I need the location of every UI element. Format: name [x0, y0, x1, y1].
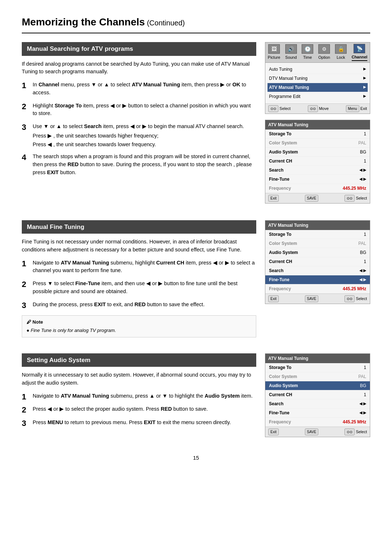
section3-right: ATV Manual Tuning Storage To 1 Color Sys… [265, 353, 370, 443]
step-number: 1 [22, 259, 29, 276]
step-number: 2 [22, 102, 29, 119]
tv-menu-item-atv: ATV Manual Tuning ▶ [268, 83, 368, 92]
step-2-3-text: During the process, press EXIT to exit, … [33, 301, 256, 309]
tv-main-menu-footer: ⊙⊙ Select ⊙⊙ Move Menu Exit [265, 103, 370, 114]
atv3-row-search: Search ◀ ▶ [265, 399, 370, 409]
step-1-1: 1 In Channel menu, press ▼ or ▲ to selec… [22, 81, 256, 98]
atv-row-currentch: Current CH 1 [265, 157, 370, 166]
step-1-1-text: In Channel menu, press ▼ or ▲ to select … [33, 81, 256, 97]
step-number: 3 [22, 301, 29, 310]
tv-icon-channel: 📡 Channel [352, 44, 367, 61]
page-number: 15 [22, 454, 370, 462]
step-1-4-text: The search stops when a program is found… [33, 153, 256, 176]
step-2-3: 3 During the process, press EXIT to exit… [22, 301, 256, 310]
section2-intro: Fine Tuning is not necessary under norma… [22, 238, 256, 254]
section1-header: Manual Searching for ATV programs [22, 42, 256, 56]
atv2-row-search: Search ◀ ▶ [265, 266, 370, 275]
step-3-1: 1 Navigate to ATV Manual Tuning submenu,… [22, 392, 256, 402]
step-number: 2 [22, 405, 29, 415]
atv-box-1-header: ATV Manual Tuning [265, 120, 370, 130]
tv-icon-picture: 🖼 Picture [268, 44, 280, 61]
atv-box-3-footer: Exit SAVE ⊙⊙ Select [265, 427, 370, 437]
tv-icon-time: 🕐 Time [302, 44, 313, 61]
note-title: 🖊 Note [26, 319, 252, 326]
step-number: 3 [22, 419, 29, 428]
atv-box-1-footer: Exit SAVE ⊙⊙ Select [265, 193, 370, 203]
step-2-2-text: Press ▼ to select Fine-Tune item, and th… [33, 280, 256, 296]
section1-right: 🖼 Picture 🔊 Sound 🕐 Time ⚙ Option [265, 42, 370, 209]
atv-box-1: ATV Manual Tuning Storage To 1 Color Sys… [265, 120, 370, 204]
step-3-3-text: Press MENU to return to previous menu. P… [33, 419, 256, 427]
tv-menu-bar: 🖼 Picture 🔊 Sound 🕐 Time ⚙ Option [265, 42, 370, 63]
atv-box-3-header: ATV Manual Tuning [265, 354, 370, 363]
step-1-4: 4 The search stops when a program is fou… [22, 153, 256, 178]
note-box: 🖊 Note ● Fine Tune is only for analog TV… [22, 315, 256, 337]
atv-row-frequency: Frequency 445.25 MHz [265, 184, 370, 193]
atv-row-search: Search ◀ ▶ [265, 166, 370, 175]
step-3-1-text: Navigate to ATV Manual Tuning submenu, p… [33, 392, 256, 400]
atv2-row-color: Color System PAL [265, 239, 370, 248]
step-number: 2 [22, 280, 29, 297]
step-3-2-text: Press ◀ or ▶ to select the proper audio … [33, 405, 256, 413]
step-number: 1 [22, 81, 29, 98]
atv3-row-finetune: Fine-Tune ◀ ▶ [265, 409, 370, 418]
section2-left: Manual Fine Tuning Fine Tuning is not ne… [22, 220, 256, 342]
section-manual-fine-tuning: Manual Fine Tuning Fine Tuning is not ne… [22, 220, 370, 342]
section2-steps: 1 Navigate to ATV Manual Tuning submenu,… [22, 259, 256, 310]
page-title: Memorizing the Channels (Continued) [22, 15, 370, 33]
note-text: ● Fine Tune is only for analog TV progra… [26, 327, 252, 334]
atv3-row-storage: Storage To 1 [265, 363, 370, 372]
section3-header: Setting Audio System [22, 353, 256, 367]
atv2-row-audio: Audio System BG [265, 248, 370, 257]
section2-header: Manual Fine Tuning [22, 220, 256, 234]
step-1-3-subs: Press ▶ , the unit searches towards high… [33, 132, 256, 149]
atv3-row-currentch: Current CH 1 [265, 390, 370, 399]
section1-steps: 1 In Channel menu, press ▼ or ▲ to selec… [22, 81, 256, 178]
section-manual-searching: Manual Searching for ATV programs If des… [22, 42, 370, 209]
title-suffix: (Continued) [145, 19, 185, 27]
atv-row-finetune: Fine-Tune ◀ ▶ [265, 175, 370, 184]
atv2-row-frequency: Frequency 445.25 MHz [265, 284, 370, 294]
atv2-row-currentch: Current CH 1 [265, 257, 370, 266]
step-1-3-text: Use ▼ or ▲ to select Search item, press … [33, 123, 256, 131]
section3-steps: 1 Navigate to ATV Manual Tuning submenu,… [22, 392, 256, 428]
tv-icon-lock: 🔒 Lock [335, 44, 347, 61]
atv-row-storage: Storage To 1 [265, 130, 370, 139]
tv-icon-sound: 🔊 Sound [285, 44, 297, 61]
tv-icon-option: ⚙ Option [318, 44, 330, 61]
atv-box-2-footer: Exit SAVE ⊙⊙ Select [265, 294, 370, 304]
atv3-row-color: Color System PAL [265, 372, 370, 381]
atv2-row-storage: Storage To 1 [265, 230, 370, 239]
section1-intro: If desired analog programs cannot be sea… [22, 60, 256, 76]
step-2-1: 1 Navigate to ATV Manual Tuning submenu,… [22, 259, 256, 276]
tv-menu-item-auto-tuning: Auto Tuning ▶ [269, 65, 366, 74]
title-text: Memorizing the Channels [22, 16, 145, 28]
step-2-2: 2 Press ▼ to select Fine-Tune item, and … [22, 280, 256, 297]
atv3-row-audio: Audio System BG [265, 381, 370, 390]
atv2-row-finetune: Fine-Tune ◀ ▶ [265, 275, 370, 284]
step-number: 4 [22, 153, 29, 178]
atv-box-3: ATV Manual Tuning Storage To 1 Color Sys… [265, 353, 370, 437]
step-2-1-text: Navigate to ATV Manual Tuning submenu, h… [33, 259, 256, 275]
section-setting-audio: Setting Audio System Normally it is unne… [22, 353, 370, 443]
atv-box-2-header: ATV Manual Tuning [265, 221, 370, 230]
step-3-3: 3 Press MENU to return to previous menu.… [22, 419, 256, 428]
step-1-2-text: Highlight Storage To item, press ◀ or ▶ … [33, 102, 256, 118]
section1-left: Manual Searching for ATV programs If des… [22, 42, 256, 209]
atv-row-audio: Audio System BG [265, 148, 370, 157]
tv-menu-item-dtv: DTV Manual Tuning ▶ [269, 74, 366, 83]
tv-menu-items: Auto Tuning ▶ DTV Manual Tuning ▶ ATV Ma… [265, 63, 370, 103]
step-number: 1 [22, 392, 29, 402]
step-1-2: 2 Highlight Storage To item, press ◀ or … [22, 102, 256, 119]
step-number: 3 [22, 123, 29, 149]
section2-right: ATV Manual Tuning Storage To 1 Color Sys… [265, 220, 370, 342]
section3-intro: Normally it is unnecessary to set audio … [22, 371, 256, 387]
tv-menu-item-programme-edit: Programme Edit ▶ [269, 92, 366, 101]
step-3-2: 2 Press ◀ or ▶ to select the proper audi… [22, 405, 256, 415]
atv3-row-frequency: Frequency 445.25 MHz [265, 418, 370, 427]
atv-box-2: ATV Manual Tuning Storage To 1 Color Sys… [265, 220, 370, 304]
section3-left: Setting Audio System Normally it is unne… [22, 353, 256, 443]
tv-main-menu-box: 🖼 Picture 🔊 Sound 🕐 Time ⚙ Option [265, 42, 370, 114]
step-1-3: 3 Use ▼ or ▲ to select Search item, pres… [22, 123, 256, 149]
atv-row-color: Color System PAL [265, 139, 370, 148]
